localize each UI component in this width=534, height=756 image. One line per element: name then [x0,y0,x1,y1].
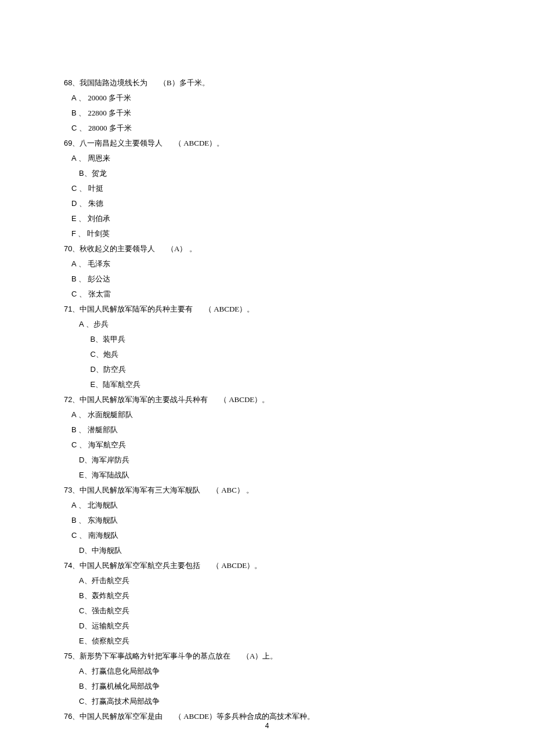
question-text-tail: 。 [187,244,196,253]
option-text: 防空兵 [103,365,126,374]
option-separator: 、 [77,440,88,449]
option-letter: A [79,667,84,675]
question-text-tail: 。 [247,305,254,313]
option-letter: C [71,290,77,298]
option-line: A、打赢信息化局部战争 [64,664,470,679]
option-line: E、海军陆战队 [64,468,470,483]
option-line: B 、 彭公达 [64,272,470,287]
option-text: 贺龙 [92,169,107,178]
option-letter: D [71,199,77,208]
option-line: C 、 海军航空兵 [64,437,470,453]
option-line: D、中海舰队 [64,543,470,558]
question-stem: 72、中国人民解放军海军的主要战斗兵种有（ ABCDE）。 [64,392,470,407]
question-text: 、中国人民解放军陆军的兵种主要有 [72,305,193,313]
answer-blank: （ ABCDE） [204,305,247,313]
question-number: 71 [64,305,72,313]
option-letter: A [71,410,77,419]
answer-blank: （ ABCDE） [174,712,217,721]
question-text: 、八一南昌起义主要领导人 [72,139,163,147]
option-letter: B [71,274,77,283]
option-text: 海军岸防兵 [92,455,129,464]
option-separator: 、 [96,350,103,359]
option-line: A 、 20000 多千米 [64,91,470,106]
option-letter: C [79,697,84,706]
option-separator: 、 [84,606,92,615]
option-line: B、装甲兵 [64,332,470,347]
option-separator: 、 [77,290,88,298]
option-separator: 、 [77,501,88,509]
option-text: 22800 多千米 [88,108,131,117]
option-text: 北海舰队 [88,501,118,509]
option-separator: 、 [77,184,88,193]
option-letter: A [71,154,77,162]
option-separator: 、 [77,108,88,117]
question-text-tail: 。 [217,139,224,147]
option-line: B、贺龙 [64,166,470,181]
option-separator: 、 [77,274,88,283]
option-letter: D [79,455,84,464]
option-text: 20000 多千米 [88,93,131,102]
page-number: 4 [265,719,269,733]
option-separator: 、 [77,214,88,223]
option-text: 陆军航空兵 [103,380,140,389]
option-text: 打赢高技术局部战争 [92,697,160,706]
option-separator: 、 [84,591,92,600]
option-letter: C [71,531,77,540]
question-number: 75 [64,652,72,660]
option-separator: 、 [77,425,88,434]
option-line: B 、 22800 多千米 [64,106,470,121]
option-text: 东海舰队 [88,516,118,525]
option-text: 打赢机械化局部战争 [92,682,160,690]
option-separator: 、 [96,365,103,374]
option-text: 炮兵 [103,350,118,359]
option-letter: D [91,365,96,374]
option-text: 运输航空兵 [92,621,129,630]
option-line: C、打赢高技术局部战争 [64,694,470,709]
option-letter: C [71,440,77,449]
option-letter: B [79,682,84,690]
option-line: C 、 南海舰队 [64,528,470,543]
question-text-tail: 。 [254,561,262,570]
option-letter: B [71,108,77,117]
option-separator: 、 [77,199,88,208]
option-separator: 、 [84,455,92,464]
option-letter: C [79,606,84,615]
option-line: A 、 水面舰艇部队 [64,407,470,422]
option-text: 朱德 [88,199,103,208]
option-letter: C [91,350,96,359]
question-stem: 75、新形势下军事战略方针把军事斗争的基点放在（A）上。 [64,649,470,664]
option-text: 彭公达 [88,274,110,283]
option-separator: 、 [95,380,103,389]
option-line: C 、 张太雷 [64,287,470,302]
option-separator: 、 [77,410,88,419]
option-line: C、强击航空兵 [64,603,470,618]
answer-blank: （B） [159,78,179,87]
question-text: 、我国陆路边境线长为 [72,78,147,87]
option-letter: B [79,169,84,178]
option-letter: E [91,380,96,389]
option-letter: A [71,259,77,268]
option-letter: A [71,93,77,102]
option-separator: 、 [84,576,92,585]
content-body: 68、我国陆路边境线长为（B）多千米。A 、 20000 多千米B 、 2280… [64,75,470,724]
question-text: 、中国人民解放军空军是由 [72,712,163,721]
option-line: E 、 刘伯承 [64,211,470,226]
option-text: 刘伯承 [88,214,110,223]
option-letter: F [71,229,76,238]
option-letter: A [79,320,84,328]
option-separator: 、 [84,621,92,630]
answer-blank: （ ABC） [212,486,244,494]
option-line: D、海军岸防兵 [64,453,470,468]
option-letter: D [79,546,84,555]
option-line: B、打赢机械化局部战争 [64,679,470,694]
option-separator: 、 [77,124,88,132]
option-separator: 、 [84,697,92,706]
question-text: 、中国人民解放军空军航空兵主要包括 [72,561,200,570]
option-text: 28000 多千米 [88,124,132,132]
option-line: C 、 叶挺 [64,181,470,196]
option-letter: D [79,621,84,630]
option-text: 强击航空兵 [92,606,129,615]
option-text: 周恩来 [88,154,110,162]
option-separator: 、 [84,471,92,479]
option-separator: 、 [84,636,92,645]
